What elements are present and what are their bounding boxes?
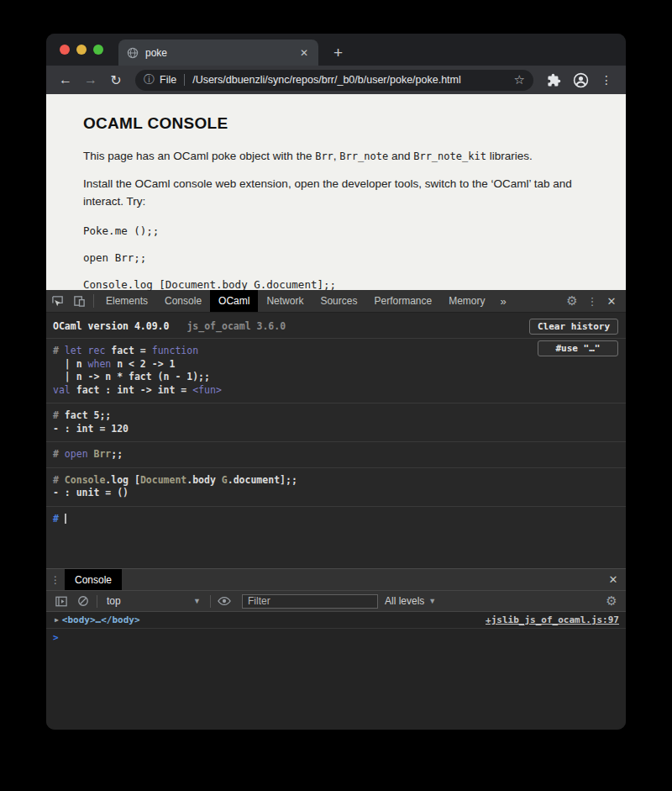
url-scheme-label: File	[160, 74, 176, 86]
code-token: #	[53, 409, 65, 421]
console-prompt-chevron: >	[53, 632, 59, 643]
use-file-button[interactable]: #use "…"	[538, 340, 618, 356]
repl-entry: #	[46, 507, 626, 532]
console-prompt-row[interactable]: >	[46, 629, 626, 646]
repl-entries[interactable]: # let rec fact = function | n when n < 2…	[46, 339, 626, 531]
log-levels-dropdown[interactable]: All levels ▼	[385, 595, 436, 607]
minimize-window-button[interactable]	[76, 45, 87, 55]
code-token: | n	[53, 358, 88, 370]
tab-ocaml[interactable]: OCaml	[210, 290, 258, 312]
levels-value: All levels	[385, 595, 424, 607]
tab-console[interactable]: Console	[156, 290, 210, 312]
code-token: n < 2 -> 1	[111, 358, 175, 370]
new-tab-button[interactable]: +	[330, 40, 346, 66]
tab-close-icon[interactable]: ✕	[298, 47, 310, 59]
dom-node-preview[interactable]: <body>…</body>	[62, 614, 140, 625]
live-expression-eye-icon[interactable]	[213, 596, 235, 606]
forward-icon[interactable]: →	[80, 72, 102, 87]
chrome-menu-icon[interactable]: ⋮	[601, 73, 612, 87]
settings-gear-icon[interactable]: ⚙	[562, 293, 582, 308]
code-token: G	[222, 474, 228, 486]
address-bar[interactable]: ⓘ File /Users/dbuenzli/sync/repos/brr/_b…	[135, 70, 533, 91]
browser-window: poke ✕ + ← → ↻ ⓘ File /Users/dbuenzli/sy…	[46, 34, 626, 730]
ocaml-repl-panel: OCaml version 4.09.0 js_of_ocaml 3.6.0 #…	[46, 313, 626, 568]
ocaml-version-label: OCaml version 4.09.0	[53, 320, 169, 332]
repl-line: | n when n < 2 -> 1	[53, 358, 619, 372]
code-token: .log [	[105, 474, 140, 486]
toolbar-divider	[97, 595, 97, 608]
code-token: fact : int -> int =	[71, 384, 192, 396]
toolbar-divider	[93, 294, 94, 308]
tab-title: poke	[145, 47, 291, 59]
clear-console-icon[interactable]	[72, 595, 94, 607]
console-drawer-header: ⋮ Console ✕	[46, 568, 626, 590]
traffic-lights	[46, 34, 118, 66]
back-icon[interactable]: ←	[55, 72, 76, 87]
omnibox-divider	[184, 74, 185, 86]
repl-entry: # open Brr;;	[46, 442, 626, 468]
code-token: when	[88, 358, 112, 370]
page-info-icon[interactable]: ⓘ	[144, 72, 155, 87]
page-title: OCAML CONSOLE	[83, 114, 589, 133]
profile-avatar-icon[interactable]	[573, 72, 589, 88]
zoom-window-button[interactable]	[93, 45, 103, 55]
console-sidebar-icon[interactable]	[50, 596, 72, 607]
devtools-menu-icon[interactable]: ⋮	[584, 295, 601, 308]
inspect-element-icon[interactable]	[46, 295, 68, 308]
code-token: val	[53, 384, 71, 396]
log-source-link[interactable]: +jslib_js_of_ocaml.js:97	[486, 614, 619, 625]
chevron-down-icon: ▼	[428, 597, 436, 605]
code-token	[88, 448, 94, 460]
code-sample-console-log: Console.log [Document.body G.document];;	[83, 278, 589, 291]
drawer-close-icon[interactable]: ✕	[604, 573, 622, 586]
code-token: function	[152, 345, 198, 356]
tab-elements[interactable]: Elements	[97, 290, 156, 312]
jsoo-version-label: js_of_ocaml 3.6.0	[186, 320, 286, 332]
console-log-area: ▶ <body>…</body> +jslib_js_of_ocaml.js:9…	[46, 612, 626, 730]
repl-line: - : unit = ()	[53, 487, 619, 500]
code-token: open	[65, 448, 88, 460]
browser-tab[interactable]: poke ✕	[118, 40, 318, 66]
repl-line: val fact : int -> int = <fun>	[53, 384, 619, 398]
console-toolbar: top ▼ All levels ▼ ⚙	[46, 590, 626, 612]
repl-entry: # fact 5;;- : int = 120	[46, 403, 626, 442]
expand-triangle-icon[interactable]: ▶	[55, 616, 59, 624]
inline-code-brr: Brr	[315, 150, 333, 162]
bookmark-star-icon[interactable]: ☆	[514, 72, 525, 87]
repl-buttons: Clear history #use "…"	[529, 319, 618, 356]
code-token: fact 5;;	[65, 409, 111, 421]
tab-sources[interactable]: Sources	[312, 290, 365, 312]
code-token: let rec	[65, 345, 105, 356]
more-tabs-icon[interactable]: »	[494, 295, 513, 308]
tab-memory[interactable]: Memory	[440, 290, 493, 312]
devtools-bar-actions: ⚙ ⋮ ✕	[562, 293, 626, 308]
tab-performance[interactable]: Performance	[365, 290, 440, 312]
clear-history-button[interactable]: Clear history	[529, 319, 618, 335]
code-token: #	[53, 513, 65, 525]
repl-line: # Console.log [Document.body G.document]…	[53, 474, 619, 488]
url-text[interactable]: /Users/dbuenzli/sync/repos/brr/_b0/b/use…	[192, 74, 508, 86]
devtools-close-icon[interactable]: ✕	[602, 295, 621, 308]
devtools-panel-tabs: Elements Console OCaml Network Sources P…	[97, 290, 513, 312]
execution-context-selector[interactable]: top ▼	[100, 595, 207, 607]
console-settings-gear-icon[interactable]: ⚙	[601, 593, 622, 609]
extensions-puzzle-icon[interactable]	[547, 73, 561, 87]
tab-network[interactable]: Network	[258, 290, 312, 312]
device-toolbar-icon[interactable]	[68, 295, 90, 308]
drawer-menu-icon[interactable]: ⋮	[46, 574, 65, 586]
filter-input[interactable]	[242, 594, 378, 609]
reload-icon[interactable]: ↻	[105, 72, 127, 88]
console-log-row[interactable]: ▶ <body>…</body> +jslib_js_of_ocaml.js:9…	[46, 612, 626, 629]
close-window-button[interactable]	[60, 45, 70, 55]
code-token: - : int = 120	[53, 423, 129, 435]
inline-code-brr-note: Brr_note	[339, 150, 388, 162]
repl-entry: # Console.log [Document.body G.document]…	[46, 468, 626, 507]
repl-line: | n -> n * fact (n - 1);;	[53, 371, 619, 384]
code-sample-open-brr: open Brr;;	[83, 251, 589, 264]
code-token: Brr	[94, 448, 112, 460]
drawer-tab-console[interactable]: Console	[65, 569, 122, 590]
repl-line: # fact 5;;	[53, 409, 619, 423]
code-sample-poke-me: Poke.me ();;	[83, 224, 589, 237]
code-token: #	[53, 345, 65, 356]
code-token: #	[53, 448, 65, 460]
